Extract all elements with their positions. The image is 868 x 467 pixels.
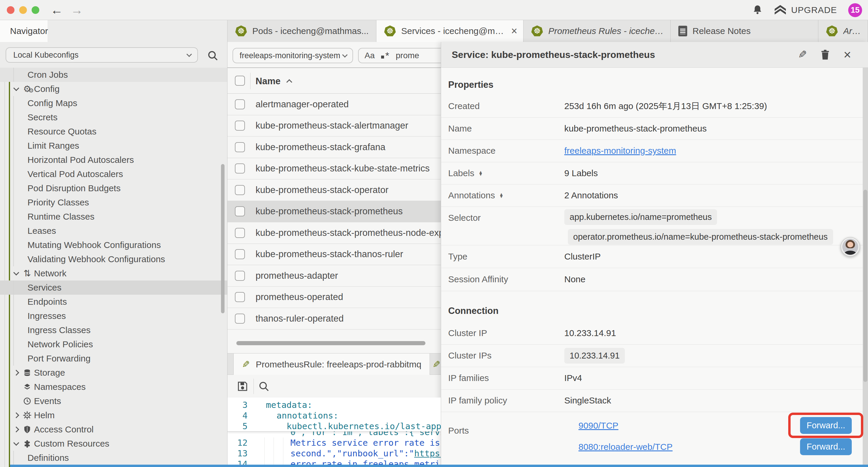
- sidebar-item-storage[interactable]: Storage: [0, 366, 227, 380]
- sidebar-item-custom-resources[interactable]: Custom Resources: [0, 437, 227, 451]
- sidebar-item-namespaces[interactable]: Namespaces: [0, 380, 227, 394]
- table-row-kube-prometheus-stack-grafana[interactable]: kube-prometheus-stack-grafana: [227, 137, 441, 158]
- sidebar-scrollbar-thumb[interactable]: [221, 164, 224, 313]
- sidebar-item-limit-ranges[interactable]: Limit Ranges: [0, 139, 227, 153]
- row-checkbox[interactable]: [235, 206, 245, 216]
- chevron-right-icon[interactable]: [13, 412, 19, 418]
- chevron-right-icon[interactable]: [13, 370, 19, 376]
- namespace-link[interactable]: freeleaps-monitoring-system: [564, 146, 676, 156]
- table-row-kube-prometheus-stack-prometheus[interactable]: kube-prometheus-stack-prometheus: [227, 201, 441, 223]
- sidebar-item-definitions[interactable]: Definitions: [0, 451, 227, 465]
- sidebar-item-port-forwarding[interactable]: Port Forwarding: [0, 351, 227, 366]
- tab-pods-icecheng-mathmas[interactable]: ☸Pods - icecheng@mathmas...: [227, 20, 376, 42]
- sidebar-item-config-maps[interactable]: Config Maps: [0, 96, 227, 110]
- table-row-kube-prometheus-stack-alertmanager[interactable]: kube-prometheus-stack-alertmanager: [227, 115, 441, 137]
- sidebar-item-vertical-pod-autoscalers[interactable]: Vertical Pod Autoscalers: [0, 167, 227, 181]
- column-header-name[interactable]: Name: [255, 68, 292, 94]
- panel-scrollbar-thumb[interactable]: [863, 190, 867, 382]
- row-checkbox[interactable]: [235, 142, 245, 152]
- sidebar-item-config[interactable]: ⚙⚙Config: [0, 82, 227, 96]
- table-row-prometheus-adapter[interactable]: prometheus-adapter: [227, 265, 441, 287]
- sidebar-item-priority-classes[interactable]: Priority Classes: [0, 195, 227, 209]
- row-checkbox[interactable]: [235, 249, 245, 259]
- row-checkbox[interactable]: [235, 99, 245, 109]
- sidebar-item-horizontal-pod-autoscalers[interactable]: Horizontal Pod Autoscalers: [0, 153, 227, 167]
- sidebar-item-secrets[interactable]: Secrets: [0, 110, 227, 124]
- table-row-kube-prometheus-stack-kube-state-metrics[interactable]: kube-prometheus-stack-kube-state-metrics: [227, 158, 441, 180]
- editor-tab-prometheusrule[interactable]: ✎ PrometheusRule: freeleaps-prod-rabbitm…: [234, 353, 430, 375]
- sidebar-item-events[interactable]: Events: [0, 394, 227, 408]
- edit-icon[interactable]: ✎: [798, 49, 807, 61]
- select-all-checkbox[interactable]: [235, 76, 245, 86]
- forward-arrow-icon[interactable]: →: [71, 4, 83, 16]
- search-input[interactable]: Aa * prome: [358, 48, 441, 63]
- tab-navigator[interactable]: Navigator: [0, 20, 48, 42]
- forward-button[interactable]: Forward...: [800, 438, 852, 455]
- sidebar-item-mutating-webhook-configurations[interactable]: Mutating Webhook Configurations: [0, 238, 227, 252]
- property-row-cluster-ip: Cluster IP10.233.14.91: [441, 322, 863, 345]
- sidebar-item-ingress-classes[interactable]: Ingress Classes: [0, 323, 227, 337]
- close-window-icon[interactable]: [7, 6, 14, 14]
- assistant-avatar[interactable]: [840, 237, 860, 257]
- tab-argo-se[interactable]: ☸Argo Se: [818, 20, 868, 42]
- sidebar-search-icon[interactable]: [207, 50, 219, 61]
- table-row-prometheus-operated[interactable]: prometheus-operated: [227, 287, 441, 308]
- chevron-right-icon[interactable]: [13, 427, 19, 432]
- save-icon[interactable]: [236, 380, 249, 392]
- row-checkbox[interactable]: [235, 292, 245, 302]
- back-arrow-icon[interactable]: ←: [51, 4, 63, 16]
- sidebar-item-services[interactable]: Services: [0, 281, 227, 295]
- row-checkbox[interactable]: [235, 228, 245, 238]
- sidebar-item-ingresses[interactable]: Ingresses: [0, 309, 227, 323]
- match-case-toggle[interactable]: Aa: [365, 51, 375, 60]
- chevron-down-icon[interactable]: [13, 440, 19, 446]
- table-row-alertmanager-operated[interactable]: alertmanager-operated: [227, 94, 441, 115]
- sidebar-item-access-control[interactable]: Access Control: [0, 422, 227, 437]
- editor-search-icon[interactable]: [258, 380, 270, 392]
- chevron-down-icon[interactable]: [13, 269, 19, 275]
- editor-tab-next[interactable]: ✎: [430, 353, 441, 375]
- namespace-selector[interactable]: freeleaps-monitoring-system: [232, 48, 353, 63]
- tab-release-notes[interactable]: Release Notes: [671, 20, 818, 42]
- regex-toggle[interactable]: *: [381, 50, 389, 61]
- tab-services-icecheng-math[interactable]: ☸Services - icecheng@math...×: [376, 20, 524, 42]
- notification-badge[interactable]: 15: [848, 3, 862, 17]
- row-checkbox[interactable]: [235, 271, 245, 281]
- sidebar-item-cron-jobs[interactable]: Cron Jobs: [0, 68, 227, 82]
- sort-icon[interactable]: ▲▼: [499, 193, 503, 198]
- bell-icon[interactable]: [752, 4, 763, 16]
- port-link-9090-tcp[interactable]: 9090/TCP: [579, 420, 618, 431]
- minimize-window-icon[interactable]: [19, 6, 27, 14]
- close-icon[interactable]: ×: [843, 48, 851, 61]
- sidebar-item-runtime-classes[interactable]: Runtime Classes: [0, 209, 227, 224]
- sidebar-item-leases[interactable]: Leases: [0, 224, 227, 238]
- property-label: Selector: [448, 213, 564, 223]
- sidebar-item-network-policies[interactable]: Network Policies: [0, 337, 227, 351]
- maximize-window-icon[interactable]: [32, 6, 39, 14]
- sidebar-item-helm[interactable]: Helm: [0, 408, 227, 422]
- yaml-editor[interactable]: 3metadata:4annotations:5kubectl.kubernet…: [227, 398, 441, 467]
- sort-icon[interactable]: ▲▼: [478, 171, 483, 176]
- chevron-down-icon[interactable]: [13, 85, 19, 91]
- sidebar-item-resource-quotas[interactable]: Resource Quotas: [0, 124, 227, 139]
- sidebar-item-endpoints[interactable]: Endpoints: [0, 295, 227, 309]
- table-row-thanos-ruler-operated[interactable]: thanos-ruler-operated: [227, 308, 441, 329]
- tab-prometheus-rules-icecheng[interactable]: ☸Prometheus Rules - icecheng...: [524, 20, 671, 42]
- sidebar-item-pod-disruption-budgets[interactable]: Pod Disruption Budgets: [0, 181, 227, 195]
- table-row-kube-prometheus-stack-operator[interactable]: kube-prometheus-stack-operator: [227, 179, 441, 201]
- sidebar-item-validating-webhook-configurations[interactable]: Validating Webhook Configurations: [0, 252, 227, 266]
- sidebar-item-network[interactable]: ⇅Network: [0, 266, 227, 281]
- row-checkbox[interactable]: [235, 314, 245, 324]
- upgrade-button[interactable]: UPGRADE: [774, 5, 837, 16]
- port-link-8080-reloader-web-tcp[interactable]: 8080:reloader-web/TCP: [579, 442, 673, 452]
- close-tab-icon[interactable]: ×: [511, 25, 517, 37]
- table-row-kube-prometheus-stack-prometheus-node-expor[interactable]: kube-prometheus-stack-prometheus-node-ex…: [227, 222, 441, 244]
- row-checkbox[interactable]: [235, 185, 245, 195]
- kubeconfig-selector[interactable]: Local Kubeconfigs: [6, 47, 198, 63]
- horizontal-scrollbar-thumb[interactable]: [236, 341, 426, 345]
- row-checkbox[interactable]: [235, 121, 245, 130]
- row-checkbox[interactable]: [235, 164, 245, 174]
- table-row-kube-prometheus-stack-thanos-ruler[interactable]: kube-prometheus-stack-thanos-ruler: [227, 244, 441, 265]
- editor-url-link[interactable]: https://net: [414, 448, 441, 459]
- trash-icon[interactable]: [820, 49, 831, 61]
